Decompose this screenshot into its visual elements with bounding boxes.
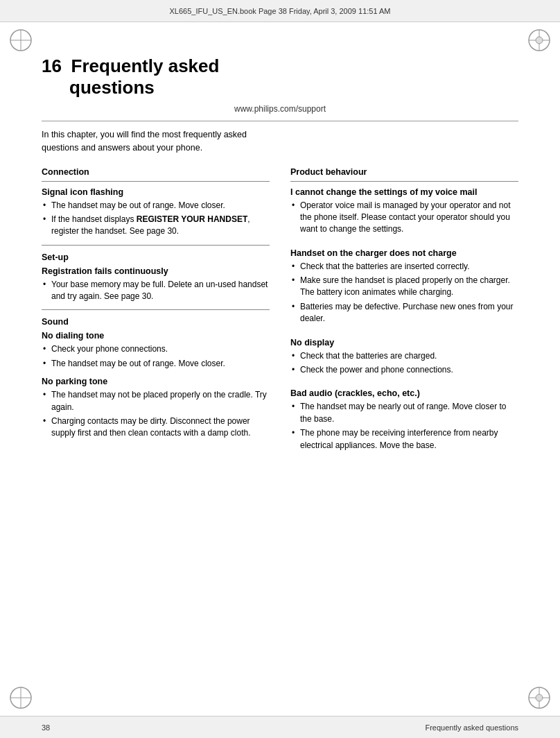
title-line2: questions [69,77,155,98]
no-display-bullets: Check that the batteries are charged. Ch… [290,350,518,377]
svg-point-6 [536,37,543,44]
header-bar: XL665_IFU_US_EN.book Page 38 Friday, Apr… [0,0,560,22]
no-parking-bullet-2: Charging contacts may be dirty. Disconne… [42,415,270,440]
signal-icon-label: Signal icon flashing [42,187,270,197]
connection-label: Connection [42,167,270,177]
no-dialing-bullets: Check your phone connections. The handse… [42,343,270,370]
bad-audio-bullets: The handset may be nearly out of range. … [290,401,518,452]
voice-mail-label: I cannot change the settings of my voice… [290,187,518,197]
corner-mark-tl [7,26,35,54]
product-behaviour-label: Product behaviour [290,167,518,177]
connection-divider [42,181,270,182]
voice-mail-bullets: Operator voice mail is managed by your o… [290,200,518,236]
charger-bullet-1: Check that the batteries are inserted co… [290,261,518,273]
title-line1: Frequently asked [71,55,220,76]
page-number: 38 [42,723,50,732]
registration-bullet-1: Your base memory may be full. Delete an … [42,279,270,303]
no-dialing-bullet-1: Check your phone connections. [42,343,270,355]
signal-bullet-2: If the handset displays REGISTER YOUR HA… [42,214,270,238]
website-url: www.philips.com/support [42,104,518,114]
connection-section: Connection Signal icon flashing The hand… [42,167,270,238]
sound-section: Sound No dialing tone Check your phone c… [42,309,270,439]
setup-label: Set-up [42,252,270,262]
footer-section-label: Frequently asked questions [425,723,518,732]
charger-label: Handset on the charger does not charge [290,248,518,258]
svg-point-13 [536,694,543,701]
bad-audio-label: Bad audio (crackles, echo, etc.) [290,388,518,398]
top-divider [42,121,518,121]
no-display-section: No display Check that the batteries are … [290,338,518,377]
no-display-label: No display [290,338,518,347]
bad-audio-bullet-1: The handset may be nearly out of range. … [290,401,518,425]
right-column: Product behaviour I cannot change the se… [290,164,518,458]
product-behaviour-divider [290,181,518,182]
corner-mark-br [525,684,553,712]
header-text: XL665_IFU_US_EN.book Page 38 Friday, Apr… [170,7,391,15]
no-dialing-bullet-2: The handset may be out of range. Move cl… [42,358,270,370]
footer-bar: 38 Frequently asked questions [0,716,560,738]
no-parking-label: No parking tone [42,377,270,386]
corner-mark-tr [525,26,553,54]
main-content: 16 Frequently asked questions www.philip… [42,55,518,689]
intro-text: In this chapter, you will find the most … [42,128,263,155]
charger-bullets: Check that the batteries are inserted co… [290,261,518,325]
page-title: 16 Frequently asked questions [42,55,518,98]
charger-bullet-3: Batteries may be defective. Purchase new… [290,301,518,325]
no-display-bullet-2: Check the power and phone connections. [290,364,518,376]
left-column: Connection Signal icon flashing The hand… [42,164,270,458]
signal-bullets: The handset may be out of range. Move cl… [42,200,270,238]
no-parking-bullets: The handset may not be placed properly o… [42,389,270,440]
content-columns: Connection Signal icon flashing The hand… [42,164,518,458]
product-behaviour-section: Product behaviour I cannot change the se… [290,167,518,236]
charger-section: Handset on the charger does not charge C… [290,248,518,325]
corner-mark-bl [7,684,35,712]
bad-audio-section: Bad audio (crackles, echo, etc.) The han… [290,388,518,452]
registration-bullets: Your base memory may be full. Delete an … [42,279,270,303]
bad-audio-bullet-2: The phone may be receiving interference … [290,427,518,452]
voice-mail-bullet-1: Operator voice mail is managed by your o… [290,200,518,236]
setup-section: Set-up Registration fails continuously Y… [42,245,270,303]
registration-label: Registration fails continuously [42,266,270,276]
chapter-number: 16 [42,55,62,76]
charger-bullet-2: Make sure the handset is placed properly… [290,275,518,299]
no-display-bullet-1: Check that the batteries are charged. [290,350,518,362]
signal-bullet-1: The handset may be out of range. Move cl… [42,200,270,212]
no-dialing-label: No dialing tone [42,331,270,341]
no-parking-bullet-1: The handset may not be placed properly o… [42,389,270,413]
sound-label: Sound [42,317,270,327]
